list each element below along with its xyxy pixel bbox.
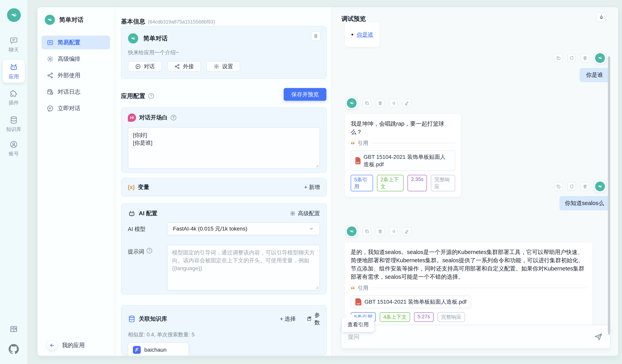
- brand-logo-icon: [7, 8, 21, 22]
- delete-message-icon[interactable]: [581, 182, 589, 191]
- advanced-config-button[interactable]: 高级配置: [290, 210, 320, 217]
- add-variable-button[interactable]: + 新增: [304, 183, 320, 191]
- chat-action-button[interactable]: 对话: [128, 61, 162, 72]
- rail-item-apps[interactable]: 应用: [3, 60, 25, 83]
- rail-item-label: 应用: [9, 73, 19, 80]
- sidebar-item-label: 立即对话: [58, 104, 80, 112]
- basic-info-title: 基本信息: [121, 18, 145, 26]
- retry-icon[interactable]: [567, 182, 576, 191]
- rail-item-datasets[interactable]: 知识库: [0, 116, 27, 133]
- user-avatar: [594, 180, 606, 192]
- prompt-textarea[interactable]: 模型固定的引导词，通过调整该内容，可以引导模型聊天方向。该内容会被固定在上下文的…: [167, 245, 320, 290]
- chevron-down-icon: [309, 226, 314, 231]
- rail-item-plugins[interactable]: 插件: [0, 89, 27, 106]
- rail-item-account[interactable]: 账号: [0, 140, 27, 157]
- full-response-badge[interactable]: 完整响应: [438, 312, 465, 322]
- sidebar-item-label: 对话日志: [58, 88, 80, 96]
- voice-icon[interactable]: [389, 99, 398, 107]
- edit-icon[interactable]: [402, 99, 411, 107]
- citations-badge[interactable]: 5条引用: [351, 175, 373, 191]
- my-apps-label[interactable]: 我的应用: [62, 342, 85, 349]
- app-title: 简单对话: [59, 16, 83, 24]
- context-badge[interactable]: 4条上下文: [380, 312, 410, 322]
- app-avatar: [45, 15, 55, 25]
- rail-item-label: 知识库: [6, 126, 21, 133]
- latency-badge[interactable]: 5.27s: [414, 312, 434, 322]
- chat-input[interactable]: [341, 334, 594, 340]
- voice-icon[interactable]: [389, 227, 398, 236]
- model-select[interactable]: FastAI-4k (0.015 元/1k tokens): [167, 222, 320, 235]
- citation-file[interactable]: GBT 15104-2021 装饰单板贴面人造板.pdf: [351, 151, 455, 171]
- welcome-message-card: 你是谁: [345, 22, 380, 47]
- latency-badge[interactable]: 2.35s: [408, 175, 427, 191]
- assistant-avatar: [346, 225, 358, 237]
- help-icon[interactable]: ?: [148, 93, 154, 99]
- pdf-icon: [355, 157, 361, 164]
- save-preview-button[interactable]: 保存并预览: [284, 88, 326, 101]
- opening-message-card: Hi 对话开场白 ? [你好] [你是谁]: [121, 107, 327, 173]
- back-button[interactable]: [47, 341, 57, 350]
- delete-message-icon[interactable]: [581, 54, 589, 62]
- assistant-message-bubble: 是的，我知道sealos。sealos是一个开源的Kubernetes集群部署工…: [345, 243, 592, 327]
- app-avatar: [128, 33, 138, 43]
- citation-file[interactable]: GBT 15104-2021 装饰单板贴面人造板.pdf: [351, 295, 471, 308]
- debug-preview-panel: 调试预览 你是谁 你是谁 我是坤坤: [332, 7, 618, 356]
- external-action-button[interactable]: 外接: [167, 61, 201, 72]
- delete-app-button[interactable]: [311, 31, 321, 41]
- retry-icon[interactable]: [567, 54, 576, 62]
- sidebar-item-simple-config[interactable]: 简易配置: [41, 36, 110, 49]
- hi-badge-icon: Hi: [128, 114, 136, 122]
- kb-params-button[interactable]: 参数: [307, 311, 320, 326]
- app-info-card: 简单对话 快来给应用一个介绍~ 对话 外接 设置: [121, 26, 327, 79]
- user-message-bubble: 你是谁: [580, 68, 609, 82]
- sidebar-item-advanced-orchestration[interactable]: 高级编排: [41, 52, 110, 66]
- opening-message-textarea[interactable]: [你好] [你是谁]: [128, 127, 320, 169]
- sidebar-item-label: 简易配置: [58, 38, 80, 46]
- copy-icon[interactable]: [362, 99, 371, 107]
- copy-icon[interactable]: [362, 227, 371, 236]
- delete-message-icon[interactable]: [376, 227, 384, 236]
- sidebar-item-start-chat[interactable]: 立即对话: [41, 101, 110, 115]
- rail-item-chat[interactable]: 聊天: [0, 36, 27, 53]
- sidebar-item-label: 高级编排: [58, 55, 80, 63]
- github-icon[interactable]: [0, 344, 27, 354]
- clear-history-icon[interactable]: [597, 12, 606, 22]
- assistant-message-bubble: 我是坤坤，会唱跳rap，要一起打篮球么？ “ 引用 GBT 15104-2021…: [345, 114, 461, 197]
- user-avatar: [594, 52, 606, 64]
- kb-title: 关联知识库: [139, 315, 167, 323]
- welcome-question-link[interactable]: 你是谁: [357, 31, 373, 38]
- sidebar-item-label: 外部使用: [58, 72, 80, 79]
- docs-book-icon[interactable]: [0, 325, 27, 334]
- rail-item-label: 插件: [9, 99, 19, 106]
- app-name: 简单对话: [143, 34, 168, 42]
- user-message-bubble: 你知道sealos么: [560, 196, 609, 210]
- ai-config-title: AI 配置: [139, 210, 157, 217]
- kb-select-button[interactable]: + 选择: [280, 311, 296, 326]
- sidebar-item-external-use[interactable]: 外部使用: [41, 69, 110, 82]
- edit-icon[interactable]: [402, 227, 411, 236]
- kb-dataset-tag[interactable]: F baichaun: [128, 343, 189, 356]
- prompt-label: 提示词: [128, 248, 144, 255]
- help-icon[interactable]: ?: [171, 115, 176, 120]
- model-label: AI 模型: [128, 225, 145, 233]
- app-sidebar: 简单对话 简易配置 高级编排 外部使用 对话日志 立即对话: [38, 7, 115, 356]
- copy-icon[interactable]: [554, 182, 563, 191]
- knowledge-base-card: 关联知识库 + 选择 参数 相似度: 0.4, 单次搜索数量: 5 F baic…: [121, 305, 327, 355]
- view-citation-tooltip: 查看引用: [342, 317, 374, 332]
- variables-card: (x) 变量 + 新增: [121, 178, 327, 197]
- context-badge[interactable]: 2条上下文: [377, 175, 404, 191]
- main-container: 简单对话 简易配置 高级编排 外部使用 对话日志 立即对话: [37, 7, 619, 356]
- app-config-title: 应用配置: [121, 92, 145, 100]
- delete-message-icon[interactable]: [376, 99, 384, 107]
- copy-icon[interactable]: [554, 54, 563, 62]
- sidebar-item-chat-logs[interactable]: 对话日志: [41, 85, 110, 99]
- help-icon[interactable]: ?: [147, 248, 152, 253]
- send-icon[interactable]: [594, 332, 603, 341]
- settings-action-button[interactable]: 设置: [206, 61, 240, 72]
- kb-summary: 相似度: 0.4, 单次搜索数量: 5: [128, 331, 320, 338]
- full-response-badge[interactable]: 完整响应: [431, 175, 455, 191]
- chat-input-container: [341, 325, 610, 349]
- opening-title: 对话开场白: [139, 114, 168, 121]
- rail-item-label: 聊天: [9, 46, 19, 53]
- chat-scrollbar[interactable]: [608, 56, 610, 335]
